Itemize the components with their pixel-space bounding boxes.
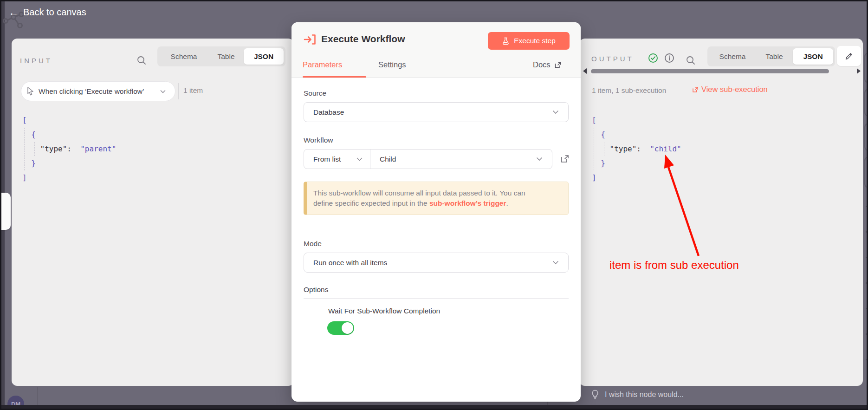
- json-line: [: [22, 113, 116, 127]
- json-line: [: [592, 113, 681, 127]
- output-success-status: [648, 53, 658, 63]
- execute-step-label: Execute step: [514, 37, 556, 45]
- back-arrow-icon: ←: [9, 7, 19, 17]
- json-line: "type": "child": [592, 142, 681, 156]
- output-items-count: 1 item, 1 sub-execution: [592, 86, 666, 95]
- json-line: {: [592, 127, 681, 142]
- cursor-pointer-icon: [27, 87, 35, 96]
- sub-workflow-trigger-link[interactable]: sub-workflow’s trigger: [429, 199, 506, 207]
- input-panel-title: INPUT: [20, 57, 52, 65]
- node-feedback-button[interactable]: I wish this node would...: [591, 390, 684, 399]
- mode-label: Mode: [304, 240, 322, 248]
- input-view-tabs: Schema Table JSON: [157, 46, 285, 66]
- canvas-node-ghost: [864, 156, 868, 188]
- info-icon: [664, 53, 674, 63]
- json-line: }: [592, 156, 681, 170]
- canvas-node-ghost: [864, 89, 868, 117]
- canvas-node-ghost: [864, 52, 868, 83]
- back-to-canvas-label: Back to canvas: [23, 7, 86, 18]
- json-line: ]: [22, 170, 116, 185]
- pencil-icon: [844, 52, 854, 61]
- divider: [304, 298, 569, 299]
- input-tab-schema[interactable]: Schema: [159, 48, 208, 65]
- json-line: {: [22, 127, 116, 142]
- chevron-down-icon: [552, 260, 559, 265]
- output-json-view: [ { "type": "child" } ]: [592, 113, 681, 185]
- canvas-grid-dot: [866, 308, 867, 309]
- execute-step-button[interactable]: Execute step: [488, 32, 570, 50]
- input-tab-table[interactable]: Table: [208, 48, 244, 65]
- output-panel-title: OUTPUT: [591, 55, 634, 63]
- chevron-down-icon: [552, 110, 559, 114]
- canvas-grid-dot: [866, 282, 867, 284]
- input-tab-json[interactable]: JSON: [244, 48, 284, 65]
- external-link-icon: [692, 86, 699, 93]
- json-line: "type": "parent": [22, 142, 116, 156]
- workflow-value: Child: [380, 155, 396, 163]
- modal-title: Execute Workflow: [321, 33, 405, 45]
- sub-workflow-notice: This sub-workflow will consume all input…: [304, 182, 569, 215]
- canvas-grid-dot: [866, 333, 867, 335]
- output-tab-table[interactable]: Table: [756, 48, 793, 65]
- lightbulb-icon: [591, 390, 599, 399]
- view-sub-execution-link[interactable]: View sub-execution: [692, 85, 768, 94]
- output-tab-json[interactable]: JSON: [793, 48, 833, 65]
- annotation-text: item is from sub execution: [609, 259, 739, 272]
- workflow-label: Workflow: [304, 136, 333, 144]
- canvas-grid-dot: [866, 231, 867, 233]
- canvas-grid-line: [37, 387, 38, 406]
- workflow-combo: From list Child: [304, 149, 552, 169]
- input-search-button[interactable]: [136, 55, 147, 65]
- source-value: Database: [313, 108, 344, 117]
- node-feedback-label: I wish this node would...: [605, 390, 684, 399]
- n8n-node-detail-view: ← Back to canvas INPUT Schema Table JSON…: [0, 0, 868, 410]
- canvas-grid-dot: [866, 359, 867, 360]
- external-link-icon: [560, 154, 570, 164]
- check-circle-icon: [648, 53, 658, 63]
- scroll-right-arrow[interactable]: [857, 68, 861, 74]
- source-label: Source: [304, 89, 326, 98]
- workflow-select[interactable]: Child: [370, 150, 552, 169]
- external-link-icon: [554, 61, 562, 69]
- output-panel: OUTPUT Schema Table JSON: [579, 39, 863, 386]
- search-icon: [686, 55, 696, 65]
- mode-select[interactable]: Run once with all items: [304, 253, 569, 273]
- modal-header: Execute Workflow Execute step Parameters…: [291, 22, 581, 78]
- flask-icon: [502, 37, 510, 45]
- input-node-selector-value: When clicking ‘Execute workflow’: [39, 87, 160, 96]
- output-tab-schema[interactable]: Schema: [709, 48, 756, 65]
- window-bottom-edge: [1, 405, 867, 410]
- tab-settings[interactable]: Settings: [378, 60, 406, 69]
- output-search-button[interactable]: [686, 55, 696, 65]
- execute-workflow-modal: Execute Workflow Execute step Parameters…: [291, 22, 581, 402]
- left-edge-panel-handle[interactable]: [1, 193, 11, 230]
- canvas-grid-dot: [866, 206, 867, 207]
- source-select[interactable]: Database: [304, 102, 569, 122]
- input-items-count: 1 item: [183, 86, 203, 95]
- json-line: }: [22, 156, 116, 170]
- wait-for-completion-toggle[interactable]: [327, 321, 354, 335]
- input-json-view: [ { "type": "parent" } ]: [22, 113, 116, 185]
- edit-output-button[interactable]: [837, 46, 861, 66]
- input-node-selector[interactable]: When clicking ‘Execute workflow’: [21, 81, 175, 101]
- search-icon: [136, 55, 147, 65]
- mode-value: Run once with all items: [313, 259, 387, 267]
- notice-text: This sub-workflow will consume all input…: [313, 188, 528, 208]
- wait-for-completion-label: Wait For Sub-Workflow Completion: [328, 307, 440, 315]
- chevron-down-icon: [160, 90, 166, 93]
- output-horizontal-scrollbar[interactable]: [591, 69, 829, 73]
- workflow-source-select[interactable]: From list: [304, 150, 370, 169]
- output-info-button[interactable]: [664, 53, 674, 63]
- back-to-canvas-button[interactable]: ← Back to canvas: [9, 7, 86, 18]
- input-panel: INPUT Schema Table JSON When clicking ‘E…: [12, 39, 294, 386]
- docs-link[interactable]: Docs: [533, 60, 562, 69]
- chevron-down-icon: [536, 157, 543, 161]
- open-sub-workflow-button[interactable]: [558, 152, 572, 166]
- options-label: Options: [304, 286, 328, 294]
- scroll-left-arrow[interactable]: [583, 68, 587, 74]
- tab-parameters[interactable]: Parameters: [303, 60, 342, 69]
- json-line: ]: [592, 170, 681, 185]
- toggle-knob: [342, 322, 353, 334]
- active-tab-underline: [303, 76, 366, 78]
- execute-workflow-node-icon: [303, 33, 317, 46]
